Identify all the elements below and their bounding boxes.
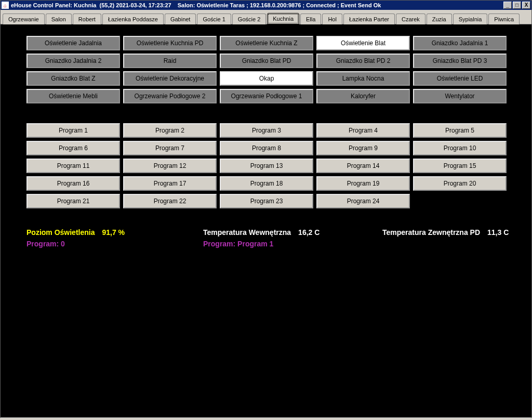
tab-goście-1[interactable]: Goście 1 [197,14,231,24]
tab-zuzia[interactable]: Zuzia [427,14,452,24]
maximize-button[interactable]: □ [513,2,521,9]
program-button[interactable]: Program 20 [413,176,507,191]
program-row: Program: 0 Program: Program 1 [26,240,531,248]
program-button[interactable]: Program 12 [123,159,217,173]
tab-łazienka-parter[interactable]: Łazienka Parter [343,14,395,24]
program-button[interactable]: Program 7 [123,141,217,155]
program-button[interactable]: Program 6 [26,141,120,155]
tab-kuchnia[interactable]: Kuchnia [267,13,299,24]
device-button[interactable]: Ogrzewanie Podłogowe 2 [123,89,217,103]
program-button[interactable]: Program 10 [413,141,507,155]
device-button[interactable]: Gniazdko Jadalnia 2 [26,54,120,68]
minimize-button[interactable]: _ [503,2,512,9]
program-button[interactable]: Program 17 [123,176,217,191]
temp-in-value: 16,2 C [298,228,320,237]
program-button[interactable]: Program 23 [220,194,313,208]
tab-ella[interactable]: Ella [300,14,321,24]
device-button[interactable]: Gniazdko Blat PD 2 [316,54,410,68]
device-button[interactable]: Gniazdko Blat Z [26,71,120,86]
program-button[interactable]: Program 19 [316,176,410,191]
program-button[interactable]: Program 8 [220,141,313,155]
window-border-bottom [0,418,532,420]
program-button[interactable]: Program 14 [316,159,410,173]
content-area: Oświetlenie JadalniaOświetlenie Kuchnia … [1,24,531,417]
tab-gabinet[interactable]: Gabinet [165,14,196,24]
tab-czarek[interactable]: Czarek [396,14,425,24]
program-button[interactable]: Program 15 [413,159,507,173]
device-button[interactable]: Lampka Nocna [316,71,410,86]
device-button[interactable]: Oświetlenie Blat [316,36,410,50]
device-button[interactable]: Gniazdko Blat PD 3 [413,54,507,68]
program-button[interactable]: Program 24 [316,194,410,208]
tab-bar: OgrzewanieSalonRobertŁazienka PoddaszeGa… [1,10,531,24]
temp-in-label: Temperatura Wewnętrzna [203,228,291,237]
device-button[interactable]: Gniazdko Jadalnia 1 [413,36,507,50]
status-row: Poziom Oświetlenia 91,7 % Temperatura We… [26,228,531,237]
tab-ogrzewanie[interactable]: Ogrzewanie [3,14,45,24]
program-grid: Program 1Program 2Program 3Program 4Prog… [26,123,531,208]
tab-sypialnia[interactable]: Sypialnia [453,14,488,24]
program-button[interactable]: Program 9 [316,141,410,155]
program-left: Program: 0 [26,240,203,248]
close-button[interactable]: X [522,2,530,9]
device-button[interactable]: Oświetlenie Kuchnia PD [123,36,217,50]
device-button[interactable]: Gniazdko Blat PD [220,54,313,68]
device-button[interactable]: Raid [123,54,217,68]
device-button[interactable]: Oświetlenie Mebli [26,89,120,103]
device-button[interactable]: Oświetlenie LED [413,71,507,86]
program-button[interactable]: Program 5 [413,123,507,138]
program-button[interactable]: Program 13 [220,159,313,173]
program-button[interactable]: Program 2 [123,123,217,138]
device-button[interactable]: Oświetlenie Dekoracyjne [123,71,217,86]
titlebar: ⌂ eHouse Control Panel: Kuchnia (55,2) 2… [1,1,531,10]
program-button[interactable]: Program 22 [123,194,217,208]
device-button[interactable]: Okap [220,71,313,86]
tab-łazienka-poddasze[interactable]: Łazienka Poddasze [102,14,164,24]
tab-hol[interactable]: Hol [322,14,342,24]
temp-out-value: 11,3 C [487,228,509,237]
device-button[interactable]: Ogrzewanie Podłogowe 1 [220,89,313,103]
tab-robert[interactable]: Robert [73,14,101,24]
tab-salon[interactable]: Salon [46,14,72,24]
device-button[interactable]: Oświetlenie Jadalnia [26,36,120,50]
tab-goście-2[interactable]: Goście 2 [232,14,266,24]
program-button[interactable]: Program 3 [220,123,313,138]
program-button[interactable]: Program 11 [26,159,120,173]
program-right: Program: Program 1 [203,240,273,248]
temp-out-label: Temperatura Zewnętrzna PD [382,228,480,237]
device-button[interactable]: Wentylator [413,89,507,103]
light-level-label: Poziom Oświetlenia [26,228,95,237]
window-title: eHouse Control Panel: Kuchnia (55,2) 202… [11,2,171,8]
window-status: Salon: Oświetlenie Taras ; 192.168.0.200… [178,2,381,8]
device-button[interactable]: Oświetlenie Kuchnia Z [220,36,313,50]
program-button[interactable]: Program 21 [26,194,120,208]
light-level-value: 91,7 % [102,228,125,237]
program-button[interactable]: Program 16 [26,176,120,191]
device-button[interactable]: Kaloryfer [316,89,410,103]
device-grid: Oświetlenie JadalniaOświetlenie Kuchnia … [26,36,531,103]
tab-piwnica[interactable]: Piwnica [488,14,520,24]
program-button[interactable]: Program 4 [316,123,410,138]
program-button[interactable]: Program 1 [26,123,120,138]
program-button[interactable]: Program 18 [220,176,313,191]
app-icon: ⌂ [2,2,9,9]
